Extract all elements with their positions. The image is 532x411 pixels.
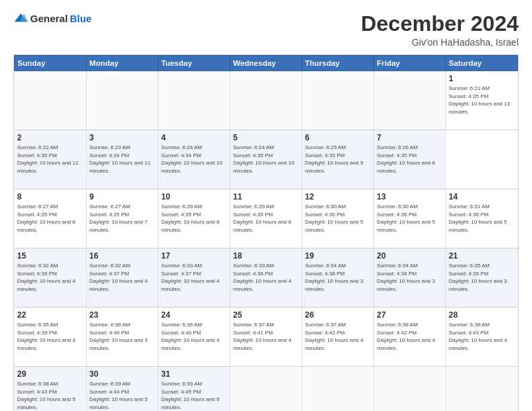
calendar-cell [87,71,159,130]
logo-general: General [30,13,68,24]
calendar-cell: 19Sunrise: 6:34 AMSunset: 4:38 PMDayligh… [302,248,374,308]
location: Giv'on HaHadasha, Israel [361,37,519,48]
calendar-cell: 26Sunrise: 6:37 AMSunset: 4:42 PMDayligh… [302,308,374,367]
day-info: Sunrise: 6:37 AMSunset: 4:41 PMDaylight:… [233,321,299,352]
day-number: 2 [17,133,84,142]
day-number: 19 [305,251,371,261]
calendar-cell: 21Sunrise: 6:35 AMSunset: 4:39 PMDayligh… [446,248,518,308]
day-info: Sunrise: 6:30 AMSunset: 4:36 PMDaylight:… [377,203,443,234]
day-header-thursday: Thursday [302,56,374,71]
calendar-cell: 29Sunrise: 6:38 AMSunset: 4:43 PMDayligh… [15,367,87,411]
day-info: Sunrise: 6:29 AMSunset: 4:35 PMDaylight:… [233,203,299,234]
logo-area: General Blue [13,12,91,24]
calendar-cell: 31Sunrise: 6:39 AMSunset: 4:45 PMDayligh… [159,367,230,411]
calendar-cell: 24Sunrise: 6:36 AMSunset: 4:40 PMDayligh… [159,308,230,367]
calendar-week-row: 1Sunrise: 6:21 AMSunset: 4:35 PMDaylight… [15,71,518,130]
day-number: 17 [161,251,227,261]
day-info: Sunrise: 6:37 AMSunset: 4:42 PMDaylight:… [305,321,371,352]
calendar: SundayMondayTuesdayWednesdayThursdayFrid… [13,54,519,411]
calendar-cell: 1Sunrise: 6:21 AMSunset: 4:35 PMDaylight… [446,71,518,130]
day-info: Sunrise: 6:24 AMSunset: 4:35 PMDaylight:… [233,144,299,175]
calendar-cell: 3Sunrise: 6:23 AMSunset: 4:34 PMDaylight… [87,130,159,189]
day-number: 27 [377,310,443,320]
day-header-tuesday: Tuesday [159,56,230,71]
calendar-cell: 13Sunrise: 6:30 AMSunset: 4:36 PMDayligh… [374,189,446,248]
day-number: 28 [449,310,515,320]
calendar-cell [159,71,230,130]
day-info: Sunrise: 6:35 AMSunset: 4:39 PMDaylight:… [449,262,515,293]
calendar-cell [446,367,518,411]
calendar-cell: 7Sunrise: 6:26 AMSunset: 4:35 PMDaylight… [374,130,446,189]
day-info: Sunrise: 6:30 AMSunset: 4:36 PMDaylight:… [305,203,371,234]
calendar-cell: 8Sunrise: 6:27 AMSunset: 4:35 PMDaylight… [15,189,87,248]
day-info: Sunrise: 6:39 AMSunset: 4:44 PMDaylight:… [89,380,155,411]
calendar-cell [230,71,302,130]
calendar-cell: 22Sunrise: 6:35 AMSunset: 4:39 PMDayligh… [15,308,87,367]
day-number: 10 [161,192,227,201]
calendar-week-row: 22Sunrise: 6:35 AMSunset: 4:39 PMDayligh… [15,308,518,367]
day-info: Sunrise: 6:32 AMSunset: 4:37 PMDaylight:… [89,262,155,293]
day-info: Sunrise: 6:34 AMSunset: 4:38 PMDaylight:… [305,262,371,293]
month-title: December 2024 [361,12,519,36]
day-info: Sunrise: 6:27 AMSunset: 4:35 PMDaylight:… [17,203,84,234]
day-info: Sunrise: 6:38 AMSunset: 4:43 PMDaylight:… [17,380,84,411]
calendar-page: General Blue December 2024 Giv'on HaHada… [0,0,532,411]
day-number: 9 [89,192,155,201]
calendar-week-row: 29Sunrise: 6:38 AMSunset: 4:43 PMDayligh… [15,367,518,411]
day-info: Sunrise: 6:31 AMSunset: 4:36 PMDaylight:… [449,203,515,234]
day-info: Sunrise: 6:23 AMSunset: 4:34 PMDaylight:… [89,144,155,175]
day-number: 29 [17,369,84,379]
calendar-cell: 23Sunrise: 6:36 AMSunset: 4:40 PMDayligh… [87,308,159,367]
day-info: Sunrise: 6:26 AMSunset: 4:35 PMDaylight:… [377,144,443,175]
calendar-body: 1Sunrise: 6:21 AMSunset: 4:35 PMDaylight… [15,71,518,411]
calendar-week-row: 8Sunrise: 6:27 AMSunset: 4:35 PMDaylight… [15,189,518,248]
day-number: 23 [89,310,155,320]
day-number: 12 [305,192,371,201]
day-header-monday: Monday [87,56,159,71]
day-number: 31 [161,369,227,379]
calendar-cell: 10Sunrise: 6:28 AMSunset: 4:35 PMDayligh… [159,189,230,248]
calendar-cell: 11Sunrise: 6:29 AMSunset: 4:35 PMDayligh… [230,189,302,248]
day-info: Sunrise: 6:28 AMSunset: 4:35 PMDaylight:… [161,203,227,234]
calendar-week-row: 15Sunrise: 6:32 AMSunset: 4:36 PMDayligh… [15,248,518,308]
calendar-cell: 20Sunrise: 6:34 AMSunset: 4:38 PMDayligh… [374,248,446,308]
day-number: 6 [305,133,371,142]
day-number: 18 [233,251,299,261]
day-number: 13 [377,192,443,201]
day-info: Sunrise: 6:36 AMSunset: 4:40 PMDaylight:… [161,321,227,352]
day-number: 8 [17,192,84,201]
header: General Blue December 2024 Giv'on HaHada… [13,12,519,48]
title-area: December 2024 Giv'on HaHadasha, Israel [361,12,519,48]
day-info: Sunrise: 6:33 AMSunset: 4:37 PMDaylight:… [161,262,227,293]
calendar-week-row: 2Sunrise: 6:22 AMSunset: 4:35 PMDaylight… [15,130,518,189]
calendar-cell: 2Sunrise: 6:22 AMSunset: 4:35 PMDaylight… [15,130,87,189]
calendar-cell [230,367,302,411]
calendar-cell: 14Sunrise: 6:31 AMSunset: 4:36 PMDayligh… [446,189,518,248]
day-header-wednesday: Wednesday [230,56,302,71]
day-info: Sunrise: 6:36 AMSunset: 4:40 PMDaylight:… [89,321,155,352]
calendar-cell: 18Sunrise: 6:33 AMSunset: 4:38 PMDayligh… [230,248,302,308]
calendar-cell: 4Sunrise: 6:24 AMSunset: 4:34 PMDaylight… [159,130,230,189]
day-number: 30 [89,369,155,379]
day-info: Sunrise: 6:33 AMSunset: 4:38 PMDaylight:… [233,262,299,293]
calendar-cell: 6Sunrise: 6:25 AMSunset: 4:35 PMDaylight… [302,130,374,189]
calendar-cell: 12Sunrise: 6:30 AMSunset: 4:36 PMDayligh… [302,189,374,248]
logo: General Blue [13,12,91,24]
calendar-cell [15,71,87,130]
day-info: Sunrise: 6:24 AMSunset: 4:34 PMDaylight:… [161,144,227,175]
day-number: 21 [449,251,515,261]
day-number: 7 [377,133,443,142]
day-info: Sunrise: 6:27 AMSunset: 4:35 PMDaylight:… [89,203,155,234]
calendar-cell: 16Sunrise: 6:32 AMSunset: 4:37 PMDayligh… [87,248,159,308]
calendar-cell: 27Sunrise: 6:38 AMSunset: 4:42 PMDayligh… [374,308,446,367]
calendar-cell: 28Sunrise: 6:38 AMSunset: 4:43 PMDayligh… [446,308,518,367]
calendar-header: SundayMondayTuesdayWednesdayThursdayFrid… [15,56,518,71]
day-number: 25 [233,310,299,320]
day-info: Sunrise: 6:34 AMSunset: 4:38 PMDaylight:… [377,262,443,293]
calendar-cell: 15Sunrise: 6:32 AMSunset: 4:36 PMDayligh… [15,248,87,308]
day-header-friday: Friday [374,56,446,71]
day-header-sunday: Sunday [15,56,87,71]
day-info: Sunrise: 6:25 AMSunset: 4:35 PMDaylight:… [305,144,371,175]
day-number: 16 [89,251,155,261]
days-header-row: SundayMondayTuesdayWednesdayThursdayFrid… [15,56,518,71]
